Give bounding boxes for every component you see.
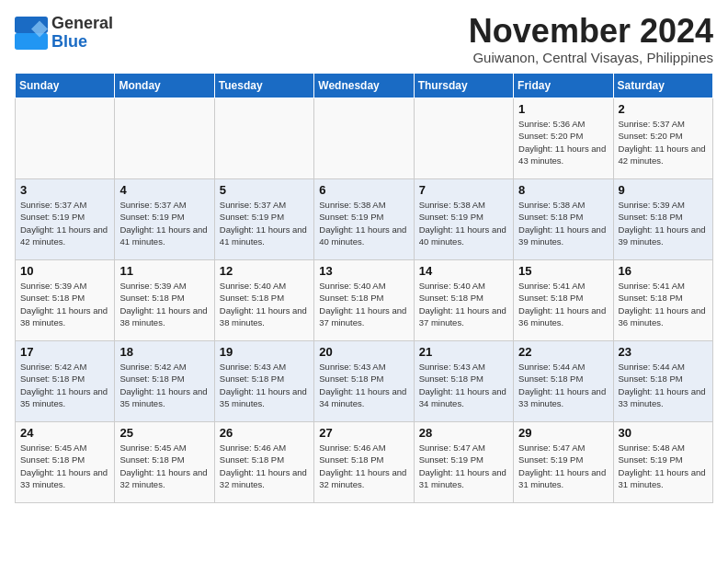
- day-number: 17: [20, 345, 109, 359]
- day-info: Sunrise: 5:44 AM Sunset: 5:18 PM Dayligh…: [619, 361, 708, 409]
- day-info: Sunrise: 5:37 AM Sunset: 5:19 PM Dayligh…: [220, 199, 309, 247]
- weekday-header: Wednesday: [314, 74, 414, 98]
- day-info: Sunrise: 5:42 AM Sunset: 5:18 PM Dayligh…: [20, 361, 109, 409]
- day-number: 8: [518, 183, 608, 197]
- calendar-cell: 23Sunrise: 5:44 AM Sunset: 5:18 PM Dayli…: [613, 341, 712, 422]
- day-info: Sunrise: 5:46 AM Sunset: 5:18 PM Dayligh…: [220, 442, 309, 490]
- day-info: Sunrise: 5:39 AM Sunset: 5:18 PM Dayligh…: [20, 280, 109, 328]
- day-number: 27: [319, 426, 408, 440]
- calendar-cell: 2Sunrise: 5:37 AM Sunset: 5:20 PM Daylig…: [613, 98, 712, 179]
- day-number: 6: [319, 183, 408, 197]
- calendar-cell: 28Sunrise: 5:47 AM Sunset: 5:19 PM Dayli…: [414, 422, 513, 503]
- calendar-cell: 15Sunrise: 5:41 AM Sunset: 5:18 PM Dayli…: [514, 260, 613, 341]
- day-number: 15: [518, 264, 608, 278]
- calendar-cell: 18Sunrise: 5:42 AM Sunset: 5:18 PM Dayli…: [115, 341, 214, 422]
- svg-rect-1: [15, 33, 48, 50]
- calendar-cell: 10Sunrise: 5:39 AM Sunset: 5:18 PM Dayli…: [16, 260, 115, 341]
- day-info: Sunrise: 5:45 AM Sunset: 5:18 PM Dayligh…: [119, 442, 209, 490]
- day-info: Sunrise: 5:40 AM Sunset: 5:18 PM Dayligh…: [220, 280, 309, 328]
- day-number: 24: [20, 426, 109, 440]
- day-info: Sunrise: 5:37 AM Sunset: 5:19 PM Dayligh…: [20, 199, 109, 247]
- day-info: Sunrise: 5:43 AM Sunset: 5:18 PM Dayligh…: [220, 361, 309, 409]
- calendar-cell: 9Sunrise: 5:39 AM Sunset: 5:18 PM Daylig…: [613, 179, 712, 260]
- calendar-cell: [115, 98, 214, 179]
- day-info: Sunrise: 5:38 AM Sunset: 5:18 PM Dayligh…: [518, 199, 608, 247]
- calendar-cell: 1Sunrise: 5:36 AM Sunset: 5:20 PM Daylig…: [514, 98, 613, 179]
- day-number: 18: [119, 345, 209, 359]
- calendar-cell: 3Sunrise: 5:37 AM Sunset: 5:19 PM Daylig…: [16, 179, 115, 260]
- calendar-table: SundayMondayTuesdayWednesdayThursdayFrid…: [15, 73, 713, 503]
- calendar-cell: 12Sunrise: 5:40 AM Sunset: 5:18 PM Dayli…: [214, 260, 313, 341]
- calendar-cell: 16Sunrise: 5:41 AM Sunset: 5:18 PM Dayli…: [613, 260, 712, 341]
- day-number: 21: [419, 345, 508, 359]
- calendar-cell: 8Sunrise: 5:38 AM Sunset: 5:18 PM Daylig…: [514, 179, 613, 260]
- calendar-cell: 24Sunrise: 5:45 AM Sunset: 5:18 PM Dayli…: [16, 422, 115, 503]
- day-info: Sunrise: 5:40 AM Sunset: 5:18 PM Dayligh…: [419, 280, 508, 328]
- logo: General Blue: [15, 15, 113, 52]
- weekday-header: Thursday: [414, 74, 513, 98]
- calendar-cell: [414, 98, 513, 179]
- day-number: 23: [619, 345, 708, 359]
- day-info: Sunrise: 5:46 AM Sunset: 5:18 PM Dayligh…: [319, 442, 408, 490]
- calendar-cell: 4Sunrise: 5:37 AM Sunset: 5:19 PM Daylig…: [115, 179, 214, 260]
- day-number: 4: [119, 183, 209, 197]
- day-number: 26: [220, 426, 309, 440]
- day-info: Sunrise: 5:43 AM Sunset: 5:18 PM Dayligh…: [319, 361, 408, 409]
- day-info: Sunrise: 5:42 AM Sunset: 5:18 PM Dayligh…: [119, 361, 209, 409]
- day-info: Sunrise: 5:44 AM Sunset: 5:18 PM Dayligh…: [518, 361, 608, 409]
- day-number: 20: [319, 345, 408, 359]
- subtitle: Guiwanon, Central Visayas, Philippines: [469, 50, 713, 65]
- day-info: Sunrise: 5:38 AM Sunset: 5:19 PM Dayligh…: [419, 199, 508, 247]
- day-info: Sunrise: 5:40 AM Sunset: 5:18 PM Dayligh…: [319, 280, 408, 328]
- day-info: Sunrise: 5:41 AM Sunset: 5:18 PM Dayligh…: [518, 280, 608, 328]
- calendar-cell: 21Sunrise: 5:43 AM Sunset: 5:18 PM Dayli…: [414, 341, 513, 422]
- day-number: 9: [619, 183, 708, 197]
- day-number: 11: [119, 264, 209, 278]
- day-number: 5: [220, 183, 309, 197]
- calendar-cell: 22Sunrise: 5:44 AM Sunset: 5:18 PM Dayli…: [514, 341, 613, 422]
- logo-icon: [15, 17, 48, 50]
- calendar-cell: 17Sunrise: 5:42 AM Sunset: 5:18 PM Dayli…: [16, 341, 115, 422]
- logo-general: General: [51, 15, 113, 33]
- day-info: Sunrise: 5:37 AM Sunset: 5:20 PM Dayligh…: [619, 118, 708, 167]
- weekday-header: Tuesday: [214, 74, 313, 98]
- weekday-header: Friday: [514, 74, 613, 98]
- day-info: Sunrise: 5:41 AM Sunset: 5:18 PM Dayligh…: [619, 280, 708, 328]
- weekday-header: Monday: [115, 74, 214, 98]
- day-number: 30: [619, 426, 708, 440]
- day-number: 28: [419, 426, 508, 440]
- calendar-cell: 14Sunrise: 5:40 AM Sunset: 5:18 PM Dayli…: [414, 260, 513, 341]
- calendar-cell: [16, 98, 115, 179]
- day-number: 29: [518, 426, 608, 440]
- calendar-week-row: 3Sunrise: 5:37 AM Sunset: 5:19 PM Daylig…: [16, 179, 713, 260]
- day-info: Sunrise: 5:47 AM Sunset: 5:19 PM Dayligh…: [518, 442, 608, 490]
- weekday-header: Sunday: [16, 74, 115, 98]
- logo-blue: Blue: [51, 33, 113, 52]
- day-number: 1: [518, 102, 608, 116]
- day-number: 3: [20, 183, 109, 197]
- day-number: 14: [419, 264, 508, 278]
- calendar-cell: [214, 98, 313, 179]
- calendar-week-row: 10Sunrise: 5:39 AM Sunset: 5:18 PM Dayli…: [16, 260, 713, 341]
- calendar-cell: 6Sunrise: 5:38 AM Sunset: 5:19 PM Daylig…: [314, 179, 414, 260]
- calendar-cell: [314, 98, 414, 179]
- calendar-cell: 20Sunrise: 5:43 AM Sunset: 5:18 PM Dayli…: [314, 341, 414, 422]
- day-info: Sunrise: 5:37 AM Sunset: 5:19 PM Dayligh…: [119, 199, 209, 247]
- day-info: Sunrise: 5:47 AM Sunset: 5:19 PM Dayligh…: [419, 442, 508, 490]
- day-info: Sunrise: 5:39 AM Sunset: 5:18 PM Dayligh…: [619, 199, 708, 247]
- calendar-week-row: 1Sunrise: 5:36 AM Sunset: 5:20 PM Daylig…: [16, 98, 713, 179]
- day-number: 22: [518, 345, 608, 359]
- day-number: 16: [619, 264, 708, 278]
- calendar-week-row: 17Sunrise: 5:42 AM Sunset: 5:18 PM Dayli…: [16, 341, 713, 422]
- day-number: 7: [419, 183, 508, 197]
- title-block: November 2024 Guiwanon, Central Visayas,…: [469, 15, 713, 65]
- calendar-cell: 11Sunrise: 5:39 AM Sunset: 5:18 PM Dayli…: [115, 260, 214, 341]
- calendar-header-row: SundayMondayTuesdayWednesdayThursdayFrid…: [16, 74, 713, 98]
- calendar-cell: 30Sunrise: 5:48 AM Sunset: 5:19 PM Dayli…: [613, 422, 712, 503]
- day-number: 12: [220, 264, 309, 278]
- calendar-cell: 25Sunrise: 5:45 AM Sunset: 5:18 PM Dayli…: [115, 422, 214, 503]
- day-number: 25: [119, 426, 209, 440]
- day-info: Sunrise: 5:39 AM Sunset: 5:18 PM Dayligh…: [119, 280, 209, 328]
- day-number: 10: [20, 264, 109, 278]
- logo-text: General Blue: [51, 15, 113, 52]
